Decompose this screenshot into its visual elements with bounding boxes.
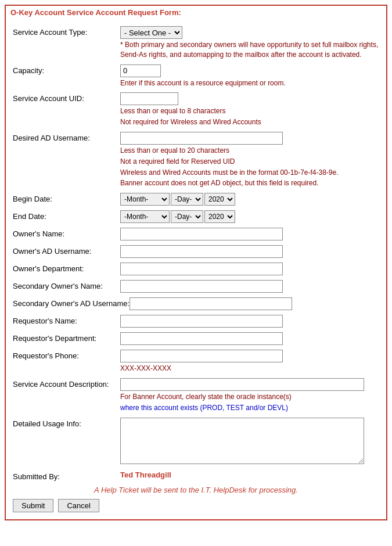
- begin-date-day-select[interactable]: -Day- for(let i=1;i<=31;i++) document.wr…: [171, 193, 203, 206]
- desired-ad-username-row: Desired AD Username: Less than or equal …: [13, 132, 379, 188]
- capacity-hint: Enter if this account is a resource equi…: [120, 78, 379, 88]
- end-date-field: -Month- JanuaryFebruaryMarch AprilMayJun…: [120, 210, 379, 223]
- service-account-description-row: Service Account Description: For Banner …: [13, 378, 379, 413]
- owners-ad-username-label: Owner's AD Username:: [13, 245, 120, 256]
- service-account-type-hint: * Both primary and secondary owners will…: [120, 40, 379, 60]
- begin-date-field: -Month- JanuaryFebruaryMarch AprilMayJun…: [120, 193, 379, 206]
- owners-department-field: [120, 263, 379, 275]
- detailed-usage-info-textarea[interactable]: [120, 418, 364, 464]
- desired-ad-username-hint1: Less than or equal to 20 characters: [120, 146, 379, 156]
- submitted-by-label: Submitted By:: [13, 470, 120, 481]
- button-row: Submit Cancel: [13, 499, 379, 512]
- owners-ad-username-field: [120, 245, 379, 258]
- begin-date-month-select[interactable]: -Month- JanuaryFebruaryMarch AprilMayJun…: [120, 193, 170, 206]
- requestors-department-field: [120, 332, 379, 345]
- service-account-type-label: Service Account Type:: [13, 26, 120, 37]
- service-account-uid-label: Service Account UID:: [13, 92, 120, 103]
- service-account-type-field: - Select One - * Both primary and second…: [120, 26, 379, 60]
- service-account-uid-hint2: Not required for Wireless and Wired Acco…: [120, 117, 379, 127]
- owners-ad-username-row: Owner's AD Username:: [13, 245, 379, 258]
- requestors-phone-label: Requestor's Phone:: [13, 350, 120, 360]
- cancel-button[interactable]: Cancel: [58, 499, 99, 512]
- service-account-description-hint-blue: where this account exists (PROD, TEST an…: [120, 403, 379, 413]
- requestors-department-input[interactable]: [120, 332, 283, 345]
- desired-ad-username-label: Desired AD Username:: [13, 132, 120, 142]
- desired-ad-username-input[interactable]: [120, 132, 283, 145]
- submitted-by-row: Submitted By: Ted Threadgill: [13, 470, 379, 481]
- requestors-name-label: Requestor's Name:: [13, 315, 120, 325]
- desired-ad-username-field: Less than or equal to 20 characters Not …: [120, 132, 379, 188]
- secondary-owners-ad-username-field: [130, 297, 379, 310]
- secondary-owners-ad-username-input[interactable]: [130, 297, 292, 310]
- end-date-month-select[interactable]: -Month- JanuaryFebruaryMarch AprilMayJun…: [120, 210, 170, 223]
- detailed-usage-info-label: Detailed Usage Info:: [13, 418, 120, 428]
- requestors-department-label: Requestor's Department:: [13, 332, 120, 343]
- capacity-field: Enter if this account is a resource equi…: [120, 64, 379, 88]
- desired-ad-username-hint2: Not a required field for Reserved UID: [120, 157, 379, 167]
- requestors-name-row: Requestor's Name:: [13, 315, 379, 328]
- service-account-uid-input[interactable]: [120, 92, 178, 105]
- requestors-phone-input[interactable]: [120, 350, 283, 362]
- requestors-phone-field: XXX-XXX-XXXX: [120, 350, 379, 373]
- secondary-owners-name-input[interactable]: [120, 280, 283, 293]
- desired-ad-username-hint3: Wireless and Wired Accounts must be in t…: [120, 168, 379, 178]
- form-container: O-Key Account Service Account Request Fo…: [5, 5, 387, 520]
- end-date-label: End Date:: [13, 210, 120, 221]
- submitted-by-field: Ted Threadgill: [120, 470, 379, 479]
- submit-button[interactable]: Submit: [13, 499, 53, 512]
- end-date-day-select[interactable]: -Day- for(let i=1;i<=31;i++) document.wr…: [171, 210, 203, 223]
- requestors-phone-row: Requestor's Phone: XXX-XXX-XXXX: [13, 350, 379, 373]
- end-date-row: End Date: -Month- JanuaryFebruaryMarch A…: [13, 210, 379, 223]
- requestors-department-row: Requestor's Department:: [13, 332, 379, 345]
- secondary-owners-name-row: Secondary Owner's Name:: [13, 280, 379, 293]
- begin-date-row: Begin Date: -Month- JanuaryFebruaryMarch…: [13, 193, 379, 206]
- owners-name-input[interactable]: [120, 228, 283, 240]
- detailed-usage-info-field: [120, 418, 379, 466]
- service-account-type-row: Service Account Type: - Select One - * B…: [13, 26, 379, 60]
- service-account-uid-field: Less than or equal to 8 characters Not r…: [120, 92, 379, 127]
- helpdesk-notice: A Help Ticket will be sent to the I.T. H…: [13, 486, 379, 494]
- owners-name-label: Owner's Name:: [13, 228, 120, 238]
- secondary-owners-ad-username-label: Secondary Owner's AD Username:: [13, 297, 130, 308]
- service-account-description-input[interactable]: [120, 378, 364, 391]
- end-date-year-select[interactable]: 202020212022 202320242025: [204, 210, 235, 223]
- requestors-phone-hint: XXX-XXX-XXXX: [120, 364, 379, 373]
- owners-department-input[interactable]: [120, 263, 283, 275]
- requestors-name-input[interactable]: [120, 315, 283, 328]
- owners-name-field: [120, 228, 379, 240]
- service-account-type-select[interactable]: - Select One -: [120, 26, 182, 39]
- owners-name-row: Owner's Name:: [13, 228, 379, 240]
- detailed-usage-info-row: Detailed Usage Info:: [13, 418, 379, 466]
- service-account-uid-row: Service Account UID: Less than or equal …: [13, 92, 379, 127]
- owners-department-row: Owner's Department:: [13, 263, 379, 275]
- capacity-input[interactable]: [120, 64, 161, 77]
- desired-ad-username-hint4: Banner account does not get AD object, b…: [120, 178, 379, 188]
- capacity-row: Capacity: Enter if this account is a res…: [13, 64, 379, 88]
- capacity-label: Capacity:: [13, 64, 120, 75]
- service-account-description-field: For Banner Account, clearly state the or…: [120, 378, 379, 413]
- owners-ad-username-input[interactable]: [120, 245, 283, 258]
- requestors-name-field: [120, 315, 379, 328]
- service-account-description-hint-black: For Banner Account, clearly state the or…: [120, 392, 379, 402]
- begin-date-year-select[interactable]: 202020212022 202320242025: [204, 193, 235, 206]
- begin-date-label: Begin Date:: [13, 193, 120, 203]
- secondary-owners-name-field: [120, 280, 379, 293]
- submitted-by-name: Ted Threadgill: [120, 470, 171, 479]
- service-account-uid-hint1: Less than or equal to 8 characters: [120, 106, 379, 116]
- secondary-owners-ad-username-row: Secondary Owner's AD Username:: [13, 297, 379, 310]
- form-title: O-Key Account Service Account Request Fo…: [10, 8, 181, 17]
- owners-department-label: Owner's Department:: [13, 263, 120, 273]
- secondary-owners-name-label: Secondary Owner's Name:: [13, 280, 120, 290]
- service-account-description-label: Service Account Description:: [13, 378, 120, 389]
